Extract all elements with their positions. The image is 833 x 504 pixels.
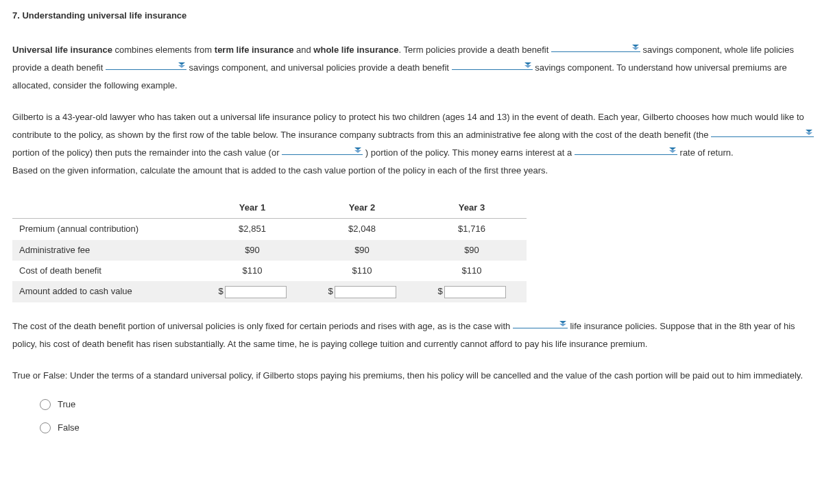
intro-paragraph: Universal life insurance combines elemen… — [12, 41, 821, 95]
radio-option-false[interactable]: False — [40, 422, 821, 434]
dropdown-death-benefit-portion[interactable] — [711, 125, 814, 137]
true-false-prompt: True or False: Under the terms of a stan… — [12, 367, 821, 385]
table-header-row: Year 1 Year 2 Year 3 — [12, 197, 527, 219]
col-year2: Year 2 — [307, 197, 417, 219]
table-row-input: Amount added to cash value $ $ $ — [12, 281, 527, 302]
radio-label: True — [58, 398, 75, 411]
dropdown-universal-savings[interactable] — [452, 58, 533, 70]
currency-prefix: $ — [218, 286, 223, 296]
scenario-text-4: rate of return. — [680, 147, 734, 158]
table-row: Premium (annual contribution) $2,851 $2,… — [12, 219, 527, 240]
cell: $2,048 — [307, 219, 417, 240]
cell-input: $ — [307, 281, 417, 302]
intro-text-3: . Term policies provide a death benefit — [399, 45, 551, 55]
row-label: Administrative fee — [12, 240, 197, 261]
cell: $110 — [307, 261, 417, 281]
chevron-down-icon — [559, 324, 566, 326]
intro-text-5: savings component, and universal policie… — [189, 62, 452, 73]
intro-text-2: and — [293, 45, 313, 55]
followup-paragraph: The cost of the death benefit portion of… — [12, 317, 821, 353]
intro-text-1: combines elements from — [112, 45, 215, 55]
cell: $110 — [417, 261, 527, 281]
chevron-down-icon — [524, 65, 531, 68]
cell: $1,716 — [417, 219, 527, 240]
radio-icon — [40, 399, 51, 410]
cell: $110 — [197, 261, 307, 281]
cell: $90 — [197, 240, 307, 261]
scenario-text-2: portion of the policy) then puts the rem… — [12, 147, 282, 158]
dropdown-whole-savings[interactable] — [106, 58, 186, 70]
chevron-down-icon — [806, 132, 812, 135]
intro-bold-2: term life insurance — [215, 45, 294, 55]
chevron-down-icon — [669, 150, 676, 153]
table-row: Administrative fee $90 $90 $90 — [12, 240, 527, 261]
dropdown-cash-value-portion[interactable] — [282, 143, 363, 155]
col-year3: Year 3 — [417, 197, 527, 219]
col-year1: Year 1 — [197, 197, 307, 219]
cash-value-input-year2[interactable] — [335, 286, 396, 298]
cell: $90 — [307, 240, 417, 261]
scenario-paragraph: Gilberto is a 43-year-old lawyer who has… — [12, 108, 821, 180]
cash-value-input-year3[interactable] — [444, 286, 506, 298]
col-blank — [12, 197, 197, 219]
row-label: Cost of death benefit — [12, 261, 197, 281]
radio-option-true[interactable]: True — [40, 398, 821, 411]
chevron-down-icon — [354, 150, 361, 153]
dropdown-rate-of-return[interactable] — [575, 143, 677, 155]
dropdown-term-savings[interactable] — [551, 40, 640, 52]
currency-prefix: $ — [437, 286, 442, 296]
followup-text-1: The cost of the death benefit portion of… — [12, 321, 513, 331]
currency-prefix: $ — [328, 286, 333, 296]
cell: $90 — [417, 240, 527, 261]
premium-table: Year 1 Year 2 Year 3 Premium (annual con… — [12, 197, 527, 302]
scenario-instruction: Based on the given information, calculat… — [12, 165, 548, 176]
scenario-text-1: Gilberto is a 43-year-old lawyer who has… — [12, 112, 804, 140]
table-row: Cost of death benefit $110 $110 $110 — [12, 261, 527, 281]
radio-label: False — [58, 422, 80, 434]
chevron-down-icon — [632, 47, 639, 50]
intro-bold-1: Universal life insurance — [12, 45, 112, 55]
radio-icon — [40, 422, 51, 433]
cash-value-input-year1[interactable] — [225, 286, 287, 298]
cell-input: $ — [197, 281, 307, 302]
row-label: Amount added to cash value — [12, 281, 197, 302]
dropdown-similar-policy-type[interactable] — [513, 317, 568, 328]
row-label: Premium (annual contribution) — [12, 219, 197, 240]
cell: $2,851 — [197, 219, 307, 240]
question-heading: 7. Understanding universal life insuranc… — [12, 10, 821, 22]
scenario-text-3: ) portion of the policy. This money earn… — [365, 147, 575, 158]
chevron-down-icon — [178, 65, 185, 68]
cell-input: $ — [417, 281, 527, 302]
intro-bold-3: whole life insurance — [313, 45, 398, 55]
